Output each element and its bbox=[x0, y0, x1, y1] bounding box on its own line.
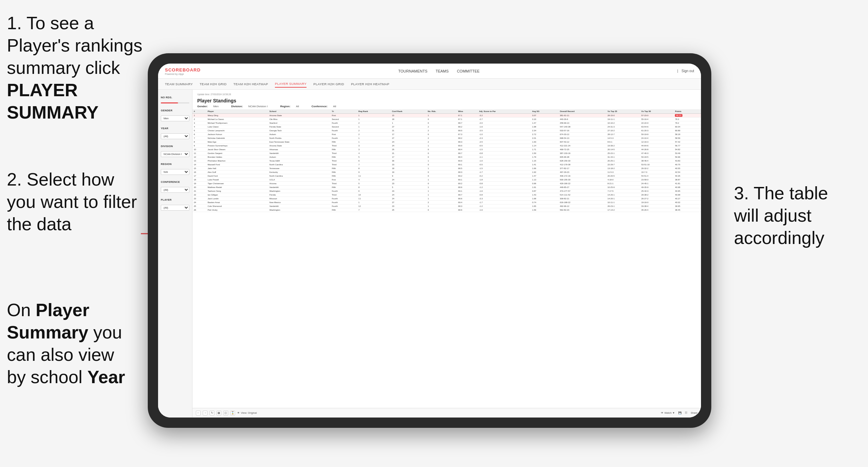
table-row: 21 Taehoon Song Washington Fourth 6 23 1… bbox=[192, 189, 701, 193]
rds-cell: 1 bbox=[426, 144, 457, 148]
subnav-team-h2h-grid[interactable]: TEAM H2H GRID bbox=[200, 81, 226, 87]
school-cell: Kentucky bbox=[268, 170, 330, 174]
points-cell: 40.75 bbox=[674, 163, 701, 167]
yr-cell: Fifth bbox=[330, 148, 357, 152]
sign-out-link[interactable]: Sign out bbox=[681, 69, 694, 73]
year-select[interactable]: (All) First Second Third Fourth Fifth bbox=[161, 133, 189, 139]
top50-cell: 29-38-2 bbox=[640, 193, 674, 197]
player-cell: Matthew Riedel bbox=[206, 186, 268, 189]
record-cell: 412-179-38 bbox=[558, 163, 606, 167]
watch-btn[interactable]: 👁 Watch ▼ bbox=[661, 411, 675, 414]
rank-cell: 3 bbox=[192, 121, 206, 125]
col-wins: Wins bbox=[457, 109, 478, 114]
sg-cell: 1.41 bbox=[531, 163, 559, 167]
export-btn[interactable]: 💾 bbox=[678, 411, 681, 414]
conf-rank-cell: 15 bbox=[391, 114, 426, 118]
adj-cell: -1.0 bbox=[478, 159, 531, 163]
points-cell: 50.96 bbox=[674, 155, 701, 159]
instruction-step2: 2. Select how you want to filter the dat… bbox=[7, 168, 137, 235]
toolbar-copy-btn[interactable]: ▦ bbox=[216, 411, 221, 415]
toolbar-clock-btn[interactable]: ⌛ bbox=[230, 411, 235, 415]
sg-cell: 1.66 bbox=[531, 167, 559, 170]
table-row: 4 Luke Claton Florida State Second 1 27 … bbox=[192, 125, 701, 129]
top25-cell: 26-23-1 bbox=[606, 204, 640, 208]
table-header-row: # Player School Yr Reg Rank Conf Rank No… bbox=[192, 109, 701, 114]
points-cell: 54.82 bbox=[674, 148, 701, 152]
nav-tournaments[interactable]: TOURNAMENTS bbox=[398, 68, 427, 75]
gender-filter-value: Men bbox=[213, 105, 219, 108]
nav-teams[interactable]: TEAMS bbox=[436, 68, 449, 75]
top50-cell: 10-7-3 bbox=[640, 170, 674, 174]
conference-select[interactable]: (All) bbox=[161, 187, 189, 193]
school-cell: Vanderbilt bbox=[268, 152, 330, 155]
step3-text: The table will adjust accordingly bbox=[734, 183, 828, 248]
header-right: | Sign out bbox=[677, 69, 694, 73]
subnav-team-h2h-heatmap[interactable]: TEAM H2H HEATMAP bbox=[233, 81, 268, 87]
division-label: Division bbox=[161, 145, 189, 148]
nav-committee[interactable]: COMMITTEE bbox=[457, 68, 480, 75]
top25-cell: 10-10-2 bbox=[606, 121, 640, 125]
table-scroll-area[interactable]: # Player School Yr Reg Rank Conf Rank No… bbox=[192, 109, 701, 408]
player-cell: Maxwell Ford bbox=[206, 163, 268, 167]
wins-cell: 69.4 bbox=[457, 201, 478, 204]
reg-rank-cell: 3 bbox=[357, 144, 391, 148]
yr-cell: First bbox=[330, 114, 357, 118]
logo-text: SCOREBOARD bbox=[165, 67, 201, 73]
subnav-player-h2h-heatmap[interactable]: PLAYER H2H HEATMAP bbox=[351, 81, 389, 87]
yr-cell: Second bbox=[330, 118, 357, 121]
sg-cell: 1.14 bbox=[531, 144, 559, 148]
player-select[interactable]: (All) bbox=[161, 205, 189, 211]
top25-cell: 20-14-5 bbox=[606, 148, 640, 152]
conf-rank-cell: 18 bbox=[391, 167, 426, 170]
wins-cell: 69.1 bbox=[457, 189, 478, 193]
conference-filter-label: Conference: bbox=[312, 105, 328, 108]
adj-cell: -2.3 bbox=[478, 197, 531, 201]
sg-cell: 1.93 bbox=[531, 140, 559, 144]
subnav-player-summary[interactable]: PLAYER SUMMARY bbox=[275, 80, 307, 88]
top25-cell: 7-17-5 bbox=[606, 189, 640, 193]
table-row: 20 Matthew Riedel Vanderbilt Fifth 8 5 1… bbox=[192, 186, 701, 189]
table-row: 25 Cole Sherwood Vanderbilt Fourth 12 23… bbox=[192, 204, 701, 208]
wins-cell: 68.3 bbox=[457, 204, 478, 208]
grid-view-btn[interactable]: ☷ bbox=[685, 411, 687, 414]
subnav-team-summary[interactable]: TEAM SUMMARY bbox=[165, 81, 193, 87]
wins-cell: 69.2 bbox=[457, 182, 478, 186]
rank-cell: 12 bbox=[192, 155, 206, 159]
subnav-player-h2h-grid[interactable]: PLAYER H2H GRID bbox=[313, 81, 344, 87]
rds-cell: 1 bbox=[426, 193, 457, 197]
top25-cell: 22-29-7 bbox=[606, 163, 640, 167]
toolbar-right: 👁 Watch ▼ 💾 ☷ Share bbox=[661, 411, 698, 414]
reg-rank-cell: 5 bbox=[357, 182, 391, 186]
conf-rank-cell: 17 bbox=[391, 133, 426, 136]
tablet-device: SCOREBOARD Powered by clippi TOURNAMENTS… bbox=[148, 53, 711, 428]
reg-rank-cell: 9 bbox=[357, 170, 391, 174]
toolbar-refresh-btn[interactable]: ↻ bbox=[210, 411, 214, 415]
points-cell: 39.95 bbox=[674, 204, 701, 208]
top25-cell: 10-11-1 bbox=[606, 201, 640, 204]
school-cell: North Carolina bbox=[268, 174, 330, 178]
top50-cell: 24-10-4 bbox=[640, 136, 674, 140]
toolbar-back-btn[interactable]: ← bbox=[196, 411, 201, 415]
share-btn[interactable]: Share bbox=[691, 411, 698, 414]
rds-cell: 2 bbox=[426, 201, 457, 204]
toolbar-view[interactable]: 👁 View: Original bbox=[237, 411, 257, 414]
conf-rank-cell: 23 bbox=[391, 204, 426, 208]
rds-cell: 1 bbox=[426, 167, 457, 170]
adj-cell: -0.5 bbox=[478, 144, 531, 148]
yr-cell: Second bbox=[330, 125, 357, 129]
toolbar-forward-btn[interactable]: → bbox=[203, 411, 208, 415]
player-cell: Christo Lamprecht bbox=[206, 129, 268, 133]
region-select[interactable]: N/A All bbox=[161, 169, 189, 175]
rank-cell: 7 bbox=[192, 136, 206, 140]
reg-rank-cell: 8 bbox=[357, 167, 391, 170]
gender-select[interactable]: Men Women bbox=[161, 115, 189, 121]
player-cell: Wenyi Ding bbox=[206, 114, 268, 118]
yr-cell: First bbox=[330, 178, 357, 182]
wins-cell: 68.6 bbox=[457, 186, 478, 189]
step1-number: 1. bbox=[7, 13, 22, 33]
toolbar-grid-btn[interactable]: ◫ bbox=[223, 411, 228, 415]
no-rds-slider[interactable] bbox=[161, 102, 189, 103]
division-select[interactable]: NCAA Division I NCAA Division II NCAA Di… bbox=[161, 151, 189, 157]
school-cell: Auburn bbox=[268, 155, 330, 159]
school-cell: Vanderbilt bbox=[268, 186, 330, 189]
